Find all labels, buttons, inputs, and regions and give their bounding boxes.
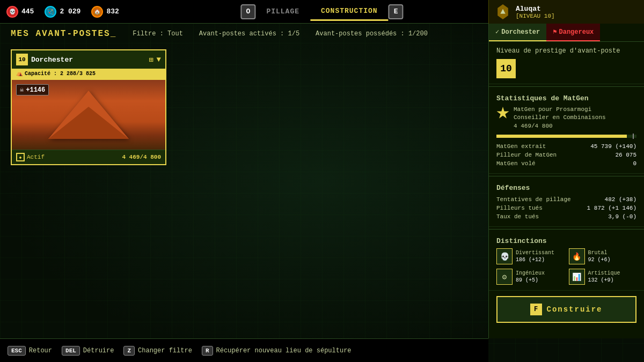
- stat-row-extrait: MatGen extrait 45 739 (+140): [496, 142, 636, 151]
- label-recuperer: Récupérer nouveau lieu de sépulture: [216, 347, 352, 354]
- key-z[interactable]: Z: [123, 346, 135, 356]
- player-info-area: ▲ Aluqat [NIVEAU 10]: [488, 0, 644, 24]
- divider-3: [489, 229, 644, 230]
- artistique-text: Artistique 132 (+9): [588, 270, 620, 284]
- right-panel-tabs: ✓ Dorchester ⚑ Dangereux: [489, 24, 644, 42]
- defenses-section: Défenses Tentatives de pillage 482 (+38)…: [489, 179, 644, 227]
- defenses-title: Défenses: [496, 184, 636, 192]
- stat-row-taux: Taux de tués 3,9 (-0): [496, 212, 636, 221]
- construct-key: F: [530, 304, 542, 315]
- top-bar-nav: O PILLAGE CONSTRUCTION E: [240, 3, 403, 21]
- brutal-icon: 🔥: [569, 248, 585, 264]
- divertissant-label: Divertissant: [516, 249, 554, 256]
- artistique-value: 132 (+9): [588, 277, 620, 284]
- expand-icon: ▼: [157, 55, 161, 64]
- right-panel: ✓ Dorchester ⚑ Dangereux Niveau de prest…: [488, 24, 644, 338]
- tab-dorchester-label: Dorchester: [501, 28, 540, 36]
- progress-bar-fill: [496, 135, 627, 138]
- nav-key-left[interactable]: O: [240, 4, 255, 19]
- player-level: [NIVEAU 10]: [516, 13, 555, 19]
- action-retour: ESC Retour: [8, 346, 52, 356]
- player-avatar: ▲: [495, 4, 510, 19]
- pyramid-shape: [48, 91, 129, 139]
- action-filtre: Z Changer filtre: [123, 346, 192, 356]
- stat-home: 🏠 832: [91, 6, 119, 18]
- filter-label: Filtre : Tout: [133, 30, 183, 38]
- brutal-value: 92 (+6): [588, 256, 611, 263]
- matgen-role: Conseiller en Combinaisons: [514, 114, 606, 122]
- main-area: MES AVANT-POSTES_ Filtre : Tout Avant-po…: [0, 24, 488, 338]
- outpost-footer: Actif 4 469/4 800: [12, 150, 165, 164]
- outpost-card-header: 10 Dorchester ⊞ ▼: [12, 50, 165, 69]
- action-detruire: DEL Détruire: [62, 346, 114, 356]
- label-detruire: Détruire: [83, 347, 114, 354]
- divertissant-icon: 💀: [496, 248, 513, 264]
- prestige-section: Niveau de prestige d'avant-poste 10: [489, 42, 644, 84]
- active-label: Avant-postes activés : 1/5: [199, 30, 299, 38]
- outpost-capacity: ⛺ Capacité : 2 288/3 825: [12, 69, 165, 78]
- active-badge: Actif: [16, 153, 45, 161]
- brutal-text: Brutal 92 (+6): [588, 249, 611, 263]
- key-del[interactable]: DEL: [62, 346, 80, 356]
- stat-arrows: 🏹 2 029: [45, 6, 80, 18]
- matgen-footer-value: 4 469/4 800: [122, 154, 161, 160]
- nav-tab-pillage[interactable]: PILLAGE: [255, 3, 310, 20]
- outpost-name: Dorchester: [31, 56, 73, 64]
- stat-extrait-value: 45 739 (+140): [590, 143, 636, 150]
- stat-taux-label: Taux de tués: [496, 213, 539, 220]
- matgen-for: MatGen pour Prosarmogi: [514, 106, 606, 114]
- outpost-card[interactable]: 10 Dorchester ⊞ ▼ ⛺ Capacité : 2 288/3 8…: [11, 49, 166, 165]
- player-details: Aluqat [NIVEAU 10]: [516, 5, 555, 19]
- stat-skulls: 💀 445: [6, 6, 34, 18]
- distinction-artistique: 📊 Artistique 132 (+9): [569, 269, 637, 285]
- bottom-bar: ESC Retour DEL Détruire Z Changer filtre…: [0, 338, 488, 362]
- prestige-badge: 10: [496, 59, 516, 78]
- ingenieux-value: 89 (+5): [516, 277, 545, 284]
- skull-overlay-icon: ☠: [20, 86, 24, 94]
- divider-2: [489, 176, 644, 176]
- distinction-ingenieux: ⚙️ Ingénieux 89 (+5): [496, 269, 565, 285]
- ingenieux-text: Ingénieux 89 (+5): [516, 270, 545, 284]
- stat-row-tentatives: Tentatives de pillage 482 (+38): [496, 195, 636, 204]
- construct-btn-area: F Construire: [489, 291, 644, 328]
- stat-row-pilleurs: Pilleurs tués 1 872 (+1 146): [496, 204, 636, 212]
- prestige-label: Niveau de prestige d'avant-poste: [496, 47, 636, 55]
- distinctions-grid: 💀 Divertissant 186 (+12) 🔥 Brutal 92 (+6…: [496, 248, 636, 285]
- nav-tab-construction[interactable]: CONSTRUCTION: [310, 3, 389, 21]
- outpost-level: 10: [16, 54, 28, 65]
- outpost-header-icons: ⊞ ▼: [149, 55, 161, 64]
- info-icon: ⊞: [149, 55, 153, 64]
- rpanel-tab-dorchester[interactable]: ✓ Dorchester: [489, 24, 546, 41]
- capacity-value: Capacité : 2 288/3 825: [25, 71, 96, 77]
- stat-row-pilleur: Pilleur de MatGen 26 075: [496, 151, 636, 159]
- label-retour: Retour: [29, 347, 52, 354]
- section-header: MES AVANT-POSTES_ Filtre : Tout Avant-po…: [0, 24, 488, 44]
- tab-check-icon: ✓: [495, 28, 499, 36]
- capacity-icon: ⛺: [16, 70, 23, 77]
- distinctions-title: Distinctions: [496, 237, 636, 245]
- label-filtre: Changer filtre: [138, 347, 192, 354]
- outpost-grid: 10 Dorchester ⊞ ▼ ⛺ Capacité : 2 288/3 8…: [0, 44, 488, 171]
- outpost-image: ☠ +1146: [12, 80, 165, 150]
- key-r[interactable]: R: [202, 346, 213, 356]
- tab-danger-icon: ⚑: [553, 28, 557, 36]
- construct-button[interactable]: F Construire: [496, 296, 636, 323]
- skull-value: 445: [21, 8, 34, 16]
- progress-marker: [633, 134, 634, 139]
- skull-icon: 💀: [6, 6, 18, 18]
- key-esc[interactable]: ESC: [8, 346, 26, 356]
- stat-tentatives-label: Tentatives de pillage: [496, 196, 571, 203]
- stat-tentatives-value: 482 (+38): [605, 196, 636, 203]
- nav-key-right[interactable]: E: [389, 4, 404, 19]
- distinctions-section: Distinctions 💀 Divertissant 186 (+12) 🔥 …: [489, 232, 644, 291]
- matgen-star-icon: [496, 107, 509, 120]
- matgen-progress-label: 4 469/4 800: [514, 122, 606, 130]
- divertissant-value: 186 (+12): [516, 256, 554, 263]
- stat-vole-label: MatGen volé: [496, 160, 536, 167]
- matgen-info: MatGen pour Prosarmogi Conseiller en Com…: [496, 106, 636, 130]
- stat-taux-value: 3,9 (-0): [608, 213, 636, 220]
- rpanel-tab-dangereux[interactable]: ⚑ Dangereux: [546, 24, 600, 41]
- top-bar: 💀 445 🏹 2 029 🏠 832 O PILLAGE CONSTRUCTI…: [0, 0, 644, 24]
- distinction-divertissant: 💀 Divertissant 186 (+12): [496, 248, 565, 264]
- matgen-section-title: Statistiques de MatGen: [496, 94, 636, 102]
